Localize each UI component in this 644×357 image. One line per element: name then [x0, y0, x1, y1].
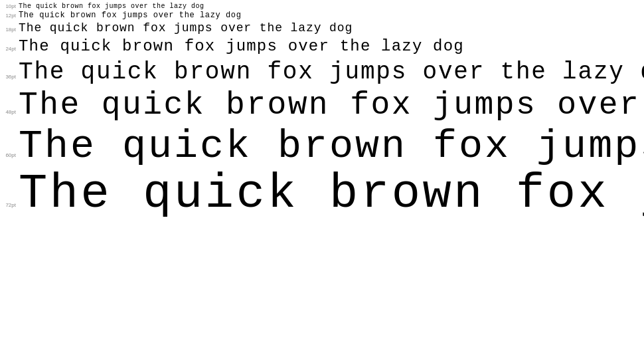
size-label-24pt: 24pt [0, 47, 19, 52]
size-label-60pt: 60pt [0, 153, 19, 158]
preview-text-10pt: The quick brown fox jumps over the lazy … [19, 3, 204, 11]
preview-text-36pt: The quick brown fox jumps over the lazy … [19, 59, 644, 86]
preview-row-48pt: 48pt The quick brown fox jumps over the … [0, 88, 644, 123]
preview-row-18pt: 18pt The quick brown fox jumps over the … [0, 21, 644, 36]
preview-text-12pt: The quick brown fox jumps over the lazy … [19, 11, 241, 20]
preview-text-72pt: The quick brown fox jumps over the lazy … [19, 170, 644, 218]
preview-text-48pt: The quick brown fox jumps over the lazy … [19, 88, 644, 123]
size-label-12pt: 12pt [0, 13, 19, 19]
size-label-72pt: 72pt [0, 203, 19, 208]
size-label-10pt: 10pt [0, 4, 19, 9]
size-label-48pt: 48pt [0, 110, 19, 115]
size-label-36pt: 36pt [0, 74, 19, 80]
preview-row-12pt: 12pt The quick brown fox jumps over the … [0, 11, 644, 20]
preview-row-24pt: 24pt The quick brown fox jumps over the … [0, 37, 644, 57]
preview-text-24pt: The quick brown fox jumps over the lazy … [19, 37, 464, 57]
font-preview-container: 10pt The quick brown fox jumps over the … [0, 0, 644, 221]
preview-row-60pt: 60pt The quick brown fox jumps over the … [0, 126, 644, 168]
preview-text-60pt: The quick brown fox jumps over the lazy … [19, 126, 644, 168]
preview-row-72pt: 72pt The quick brown fox jumps over the … [0, 170, 644, 218]
preview-row-10pt: 10pt The quick brown fox jumps over the … [0, 3, 644, 11]
preview-text-18pt: The quick brown fox jumps over the lazy … [19, 21, 353, 36]
size-label-18pt: 18pt [0, 27, 19, 33]
preview-row-36pt: 36pt The quick brown fox jumps over the … [0, 59, 644, 86]
